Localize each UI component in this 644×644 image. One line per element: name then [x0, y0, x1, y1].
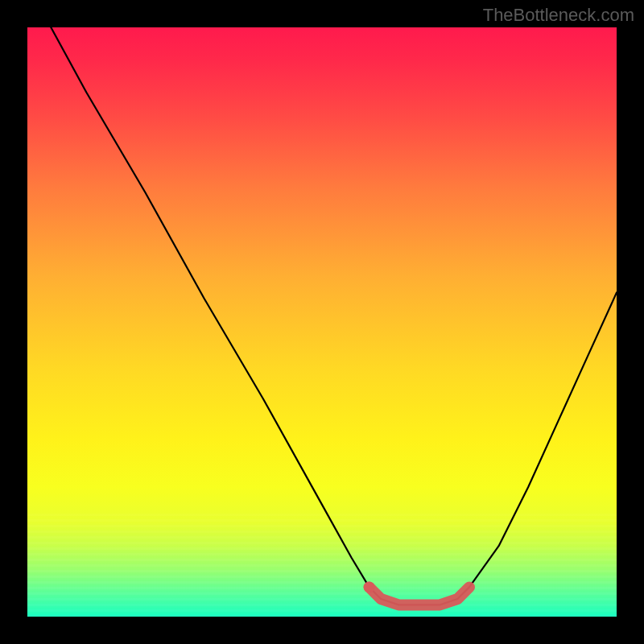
- chart-highlight-segment: [369, 587, 469, 605]
- chart-line-curve: [51, 27, 617, 605]
- chart-highlight-dot: [364, 581, 375, 592]
- chart-svg: [27, 27, 617, 617]
- chart-plot-area: [27, 27, 617, 617]
- watermark-text: TheBottleneck.com: [483, 5, 634, 26]
